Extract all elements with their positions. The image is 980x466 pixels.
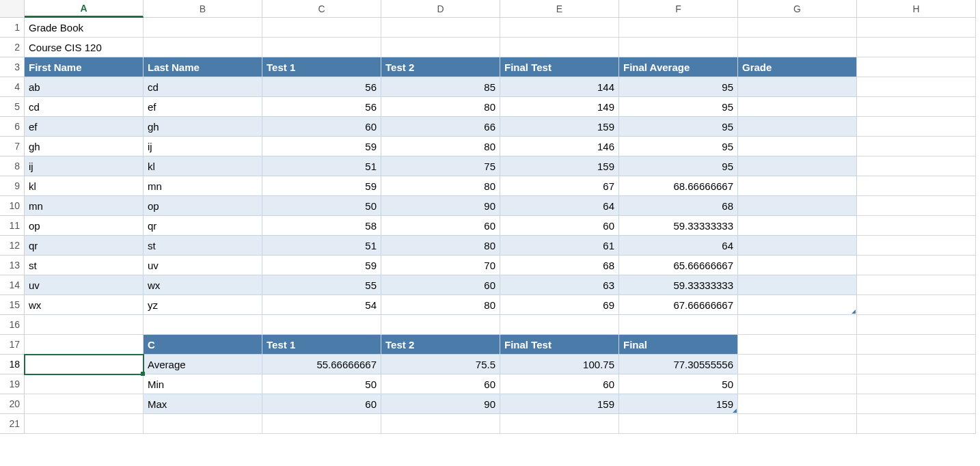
row-header-19[interactable]: 19 <box>0 374 25 394</box>
cell-blank[interactable] <box>857 137 976 156</box>
table-row-cell[interactable]: 51 <box>262 156 381 176</box>
cell-blank[interactable] <box>857 97 976 117</box>
table-row-cell[interactable]: 68 <box>619 196 738 216</box>
row-header-8[interactable]: 8 <box>0 156 25 176</box>
row-header-7[interactable]: 7 <box>0 137 25 156</box>
cell-blank[interactable] <box>738 38 857 57</box>
row-header-6[interactable]: 6 <box>0 117 25 137</box>
row-header-16[interactable]: 16 <box>0 315 25 335</box>
table-row-cell[interactable]: op <box>25 216 144 236</box>
summary-header[interactable]: Final Test <box>500 335 619 355</box>
table-row-cell[interactable]: wx <box>25 295 144 315</box>
column-header-A[interactable]: A <box>25 0 144 18</box>
table-row-cell[interactable] <box>738 216 857 236</box>
cell-blank[interactable] <box>619 414 738 434</box>
cell-blank[interactable] <box>500 315 619 335</box>
cell-blank[interactable] <box>857 57 976 77</box>
table-row-cell[interactable]: 59.33333333 <box>619 216 738 236</box>
summary-cell[interactable]: 90 <box>381 394 500 414</box>
table-row-cell[interactable]: mn <box>25 196 144 216</box>
table-row-cell[interactable]: 64 <box>500 196 619 216</box>
course-title[interactable]: Course CIS 120 <box>25 38 144 57</box>
cell-blank[interactable] <box>857 18 976 38</box>
table-header[interactable]: Final Test <box>500 57 619 77</box>
cell-blank[interactable] <box>857 394 976 414</box>
row-header-11[interactable]: 11 <box>0 216 25 236</box>
table-row-cell[interactable]: 61 <box>500 236 619 256</box>
cell-blank[interactable] <box>738 335 857 355</box>
column-header-B[interactable]: B <box>144 0 262 18</box>
table-row-cell[interactable]: wx <box>144 275 262 295</box>
cell-blank[interactable] <box>25 315 144 335</box>
row-header-13[interactable]: 13 <box>0 256 25 275</box>
row-header-21[interactable]: 21 <box>0 414 25 434</box>
cell-blank[interactable] <box>262 38 381 57</box>
cell-blank[interactable] <box>738 394 857 414</box>
row-header-9[interactable]: 9 <box>0 176 25 196</box>
row-header-12[interactable]: 12 <box>0 236 25 256</box>
cell-blank[interactable] <box>738 374 857 394</box>
cell-blank[interactable] <box>381 38 500 57</box>
cell-blank[interactable] <box>857 117 976 137</box>
cell-blank[interactable] <box>857 156 976 176</box>
table-row-cell[interactable]: ab <box>25 77 144 97</box>
cell-blank[interactable] <box>738 355 857 374</box>
cell-blank[interactable] <box>381 315 500 335</box>
table-row-cell[interactable]: 146 <box>500 137 619 156</box>
table-header[interactable]: First Name <box>25 57 144 77</box>
cell-blank[interactable] <box>262 18 381 38</box>
row-header-1[interactable]: 1 <box>0 18 25 38</box>
table-row-cell[interactable]: op <box>144 196 262 216</box>
column-header-E[interactable]: E <box>500 0 619 18</box>
cell-blank[interactable] <box>144 18 262 38</box>
table-row-cell[interactable]: 59 <box>262 137 381 156</box>
table-row-cell[interactable]: 80 <box>381 176 500 196</box>
table-row-cell[interactable]: 80 <box>381 137 500 156</box>
table-row-cell[interactable]: 67 <box>500 176 619 196</box>
summary-cell[interactable]: 100.75 <box>500 355 619 374</box>
cell-blank[interactable] <box>857 374 976 394</box>
column-header-F[interactable]: F <box>619 0 738 18</box>
summary-header[interactable]: Test 1 <box>262 335 381 355</box>
table-row-cell[interactable]: 56 <box>262 77 381 97</box>
table-header[interactable]: Grade <box>738 57 857 77</box>
summary-cell[interactable]: 75.5 <box>381 355 500 374</box>
select-all-corner[interactable] <box>0 0 25 18</box>
table-row-cell[interactable]: 90 <box>381 196 500 216</box>
table-row-cell[interactable]: 55 <box>262 275 381 295</box>
row-header-17[interactable]: 17 <box>0 335 25 355</box>
cell-blank[interactable] <box>500 38 619 57</box>
table-row-cell[interactable] <box>738 137 857 156</box>
row-header-14[interactable]: 14 <box>0 275 25 295</box>
cell-blank[interactable] <box>619 38 738 57</box>
cell-blank[interactable] <box>857 38 976 57</box>
table-row-cell[interactable]: 66 <box>381 117 500 137</box>
cell-blank[interactable] <box>500 18 619 38</box>
column-header-C[interactable]: C <box>262 0 381 18</box>
table-header[interactable]: Test 2 <box>381 57 500 77</box>
cell-blank[interactable] <box>857 414 976 434</box>
table-row-cell[interactable]: ij <box>144 137 262 156</box>
cell-blank[interactable] <box>857 236 976 256</box>
summary-header[interactable]: Final <box>619 335 738 355</box>
table-row-cell[interactable]: 95 <box>619 77 738 97</box>
table-row-cell[interactable]: qr <box>144 216 262 236</box>
summary-header[interactable]: Test 2 <box>381 335 500 355</box>
table-row-cell[interactable]: 95 <box>619 137 738 156</box>
cell-blank[interactable] <box>25 414 144 434</box>
cell-blank[interactable] <box>857 315 976 335</box>
table-row-cell[interactable]: 64 <box>619 236 738 256</box>
cell-blank[interactable] <box>144 414 262 434</box>
table-row-cell[interactable] <box>738 77 857 97</box>
cell-blank[interactable] <box>857 256 976 275</box>
cell-blank[interactable] <box>381 18 500 38</box>
table-row-cell[interactable]: 50 <box>262 196 381 216</box>
cell-blank[interactable] <box>144 38 262 57</box>
table-row-cell[interactable]: 65.66666667 <box>619 256 738 275</box>
summary-cell[interactable]: Min <box>144 374 262 394</box>
column-header-D[interactable]: D <box>381 0 500 18</box>
table-row-cell[interactable] <box>738 117 857 137</box>
row-header-10[interactable]: 10 <box>0 196 25 216</box>
table-row-cell[interactable]: 54 <box>262 295 381 315</box>
table-row-cell[interactable]: 59 <box>262 176 381 196</box>
